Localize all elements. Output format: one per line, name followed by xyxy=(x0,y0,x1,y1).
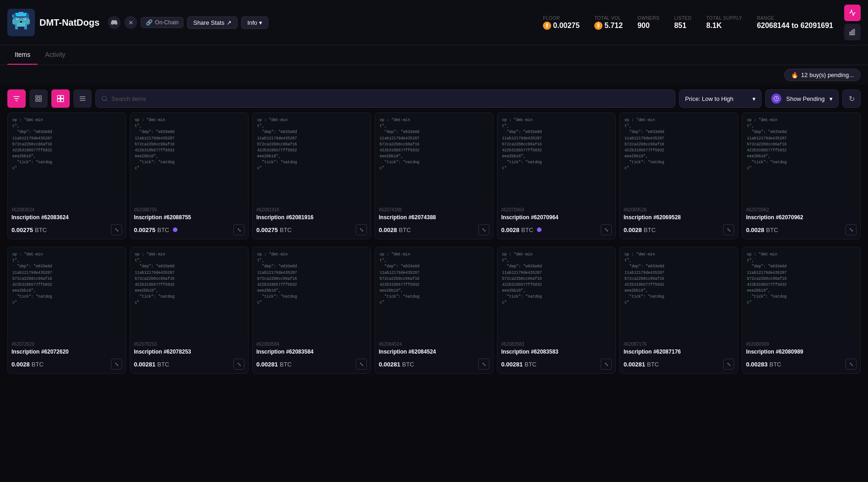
on-chain-label: On-Chain xyxy=(155,19,178,26)
chevron-down-icon: ▾ xyxy=(259,19,262,26)
view-list-button[interactable] xyxy=(73,89,92,108)
nft-card[interactable]: op : "dmt-min t", "dep": "e033e8d 11ab12… xyxy=(619,247,738,374)
nft-price-row: 0.0028 BTC ⤡ xyxy=(375,222,493,239)
nft-card[interactable]: op : "dmt-min t", "dep": "e033e8d 11ab12… xyxy=(7,247,126,374)
nft-card[interactable]: op : "dmt-min t", "dep": "e033e8d 11ab12… xyxy=(130,112,249,239)
toolbar: Price: Low to High ▾ Show Pending ▾ ↻ xyxy=(0,85,868,112)
svg-rect-14 xyxy=(24,18,25,19)
nft-price-row: 0.00275 BTC ⤡ xyxy=(8,222,126,239)
activity-chart-icon[interactable] xyxy=(844,5,861,21)
nft-card[interactable]: op : "dmt-min t", "dep": "e033e8d 11ab12… xyxy=(497,112,616,239)
view-grid-large-button[interactable] xyxy=(51,89,70,108)
price-currency: BTC xyxy=(399,227,411,233)
nft-id: #62083624 xyxy=(8,205,126,213)
expand-icon[interactable]: ⤡ xyxy=(356,224,367,235)
pending-icon xyxy=(771,94,781,104)
svg-rect-26 xyxy=(36,99,38,101)
expand-icon[interactable]: ⤡ xyxy=(233,224,244,235)
nft-title: Inscription #62080989 xyxy=(742,348,860,357)
nft-id: #62087176 xyxy=(620,339,738,348)
nft-price: 0.00275 BTC xyxy=(256,227,292,233)
share-stats-button[interactable]: Share Stats ↗ xyxy=(187,17,238,29)
expand-icon[interactable]: ⤡ xyxy=(356,359,367,370)
search-icon xyxy=(101,95,108,102)
refresh-button[interactable]: ↻ xyxy=(842,89,861,108)
nft-card[interactable]: op : "dmt-min t", "dep": "e033e8d 11ab12… xyxy=(375,247,493,374)
nft-card[interactable]: op : "dmt-min t", "dep": "e033e8d 11ab12… xyxy=(742,247,861,374)
svg-rect-24 xyxy=(36,96,38,98)
nft-code: op : "dmt-min t", "dep": "e033e8d 11ab12… xyxy=(135,117,243,172)
nft-price-row: 0.00283 BTC ⤡ xyxy=(742,357,860,373)
show-pending-dropdown[interactable]: Show Pending ▾ xyxy=(765,89,839,108)
nft-title: Inscription #62072620 xyxy=(8,348,126,357)
expand-icon[interactable]: ⤡ xyxy=(478,224,489,235)
nft-card[interactable]: op : "dmt-min t", "dep": "e033e8d 11ab12… xyxy=(252,112,371,239)
price-currency: BTC xyxy=(647,361,659,368)
nft-card[interactable]: op : "dmt-min t", "dep": "e033e8d 11ab12… xyxy=(742,112,861,239)
nft-code: op : "dmt-min t", "dep": "e033e8d 11ab12… xyxy=(12,117,121,172)
expand-icon[interactable]: ⤡ xyxy=(601,359,612,370)
expand-icon[interactable]: ⤡ xyxy=(846,359,857,370)
total-supply-label: TOTAL SUPPLY xyxy=(706,16,742,21)
nft-code: op : "dmt-min t", "dep": "e033e8d 11ab12… xyxy=(502,117,611,172)
search-input[interactable] xyxy=(111,95,669,102)
price-currency: BTC xyxy=(280,227,292,233)
nft-card[interactable]: op : "dmt-min t", "dep": "e033e8d 11ab12… xyxy=(619,112,738,239)
expand-icon[interactable]: ⤡ xyxy=(111,224,122,235)
stats-area: FLOOR ₿ 0.00275 TOTAL VOL ₿ 5.712 OWNERS… xyxy=(543,16,833,30)
price-currency: BTC xyxy=(280,361,292,368)
nft-card[interactable]: op : "dmt-min t", "dep": "e033e8d 11ab12… xyxy=(130,247,249,374)
svg-rect-17 xyxy=(26,14,29,17)
stat-floor: FLOOR ₿ 0.00275 xyxy=(543,16,580,30)
nft-card[interactable]: op : "dmt-min t", "dep": "e033e8d 11ab12… xyxy=(497,247,616,374)
nft-image: op : "dmt-min t", "dep": "e033e8d 11ab12… xyxy=(498,113,615,205)
view-grid-small-button[interactable] xyxy=(29,89,48,108)
sort-dropdown[interactable]: Price: Low to High ▾ xyxy=(679,89,762,108)
nft-price: 0.00281 BTC xyxy=(501,361,536,368)
nft-image: op : "dmt-min t", "dep": "e033e8d 11ab12… xyxy=(620,113,738,205)
bar-chart-icon[interactable] xyxy=(844,24,861,40)
stat-owners: OWNERS 900 xyxy=(637,16,659,30)
nft-title: Inscription #62088755 xyxy=(130,213,248,222)
nft-price-row: 0.0028 BTC ⤡ xyxy=(8,357,126,373)
nft-code: op : "dmt-min t", "dep": "e033e8d 11ab12… xyxy=(135,252,243,306)
on-chain-button[interactable]: 🔗 On-Chain xyxy=(141,17,183,28)
show-pending-label: Show Pending xyxy=(786,95,825,102)
nft-id: #62070962 xyxy=(742,205,860,213)
twitter-icon[interactable]: ✕ xyxy=(124,16,137,29)
pending-banner: 🔥 12 buy(s) pending... xyxy=(0,65,868,85)
range-value: 62068144 to 62091691 xyxy=(757,22,833,30)
expand-icon[interactable]: ⤡ xyxy=(111,359,122,370)
nft-image: op : "dmt-min t", "dep": "e033e8d 11ab12… xyxy=(742,113,860,205)
info-button[interactable]: Info ▾ xyxy=(241,17,268,29)
svg-rect-10 xyxy=(17,23,25,27)
pending-pill[interactable]: 🔥 12 buy(s) pending... xyxy=(784,69,861,81)
discord-icon[interactable] xyxy=(108,16,121,29)
total-supply-value: 8.1K xyxy=(706,22,722,30)
price-currency: BTC xyxy=(521,227,533,233)
svg-rect-28 xyxy=(57,95,60,98)
nft-image: op : "dmt-min t", "dep": "e033e8d 11ab12… xyxy=(130,247,248,339)
total-vol-value: ₿ 5.712 xyxy=(594,22,623,30)
logo-area: DMT-NatDogs xyxy=(7,9,100,36)
expand-icon[interactable]: ⤡ xyxy=(478,359,489,370)
expand-icon[interactable]: ⤡ xyxy=(233,359,244,370)
btc-icon: ₿ xyxy=(543,22,551,30)
nft-card[interactable]: op : "dmt-min t", "dep": "e033e8d 11ab12… xyxy=(252,247,371,374)
tab-items[interactable]: Items xyxy=(7,45,38,65)
expand-icon[interactable]: ⤡ xyxy=(723,359,734,370)
expand-icon[interactable]: ⤡ xyxy=(601,224,612,235)
svg-rect-31 xyxy=(61,99,64,102)
tab-activity[interactable]: Activity xyxy=(38,45,72,65)
nft-id: #62078253 xyxy=(130,339,248,348)
nft-id: #62088755 xyxy=(130,205,248,213)
expand-icon[interactable]: ⤡ xyxy=(723,224,734,235)
nft-code: op : "dmt-min t", "dep": "e033e8d 11ab12… xyxy=(625,252,733,306)
nft-card[interactable]: op : "dmt-min t", "dep": "e033e8d 11ab12… xyxy=(375,112,493,239)
nft-card[interactable]: op : "dmt-min t", "dep": "e033e8d 11ab12… xyxy=(7,112,126,239)
expand-icon[interactable]: ⤡ xyxy=(846,224,857,235)
nft-title: Inscription #62083584 xyxy=(253,348,370,357)
nft-id: #62080989 xyxy=(742,339,860,348)
social-icons: ✕ 🔗 On-Chain Share Stats ↗ Info ▾ xyxy=(108,16,268,29)
filter-button[interactable] xyxy=(7,89,26,108)
